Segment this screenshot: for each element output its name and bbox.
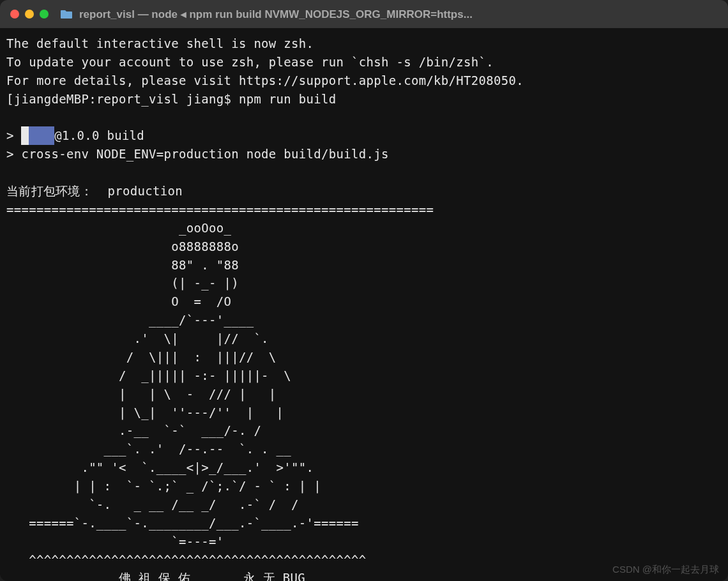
script-prefix: > <box>6 128 21 142</box>
blessing-text: 佛 祖 保 佑 永 无 BUG <box>6 571 305 581</box>
ascii-art-01: _ooOoo_ <box>6 221 231 235</box>
ascii-art-13: ___`. .' /--.-- `. . __ <box>6 442 291 456</box>
shell-notice-line1: The default interactive shell is now zsh… <box>6 36 314 50</box>
terminal-window: report_visl — node ◂ npm run build NVMW_… <box>0 0 728 581</box>
shell-prompt: jiangdeMBP:report_visl jiang$ <box>14 92 239 106</box>
ascii-art-02: o8888888o <box>6 239 239 253</box>
env-label: 当前打包环境： production <box>6 184 183 198</box>
package-version: @1.0.0 build <box>54 128 144 142</box>
ascii-art-12: .-__ `-` ___/-. / <box>6 423 261 437</box>
ascii-art-11: | \_| ''---/'' | | <box>6 405 284 419</box>
divider: ========================================… <box>6 202 434 216</box>
ascii-art-19: ^^^^^^^^^^^^^^^^^^^^^^^^^^^^^^^^^^^^^^^^… <box>6 553 366 567</box>
ascii-art-18: `=---=' <box>6 534 224 548</box>
ascii-art-14: ."" '< `.____<|>_/___.' >'"". <box>6 460 314 474</box>
ascii-art-06: ____/`---'____ <box>6 313 254 327</box>
folder-icon <box>60 9 73 19</box>
shell-notice-line2: To update your account to use zsh, pleas… <box>6 55 494 69</box>
maximize-icon[interactable] <box>40 10 49 19</box>
shell-command: npm run build <box>239 92 337 106</box>
ascii-art-05: O = /O <box>6 294 231 308</box>
shell-notice-line3: For more details, please visit https://s… <box>6 73 524 87</box>
ascii-art-17: ======`-.____`-.________/___.-`____.-'==… <box>6 516 359 530</box>
ascii-art-09: / _||||| -:- |||||- \ <box>6 368 291 382</box>
ascii-art-04: (| -_- |) <box>6 276 239 290</box>
ascii-art-08: / \||| : |||// \ <box>6 350 277 364</box>
ascii-art-16: `-. _ __ /__ _/ .-` / / <box>6 497 299 511</box>
redacted-name <box>21 126 29 145</box>
watermark: CSDN @和你一起去月球 <box>612 564 719 576</box>
redacted-name-highlight <box>29 126 54 145</box>
build-command: > cross-env NODE_ENV=production node bui… <box>6 147 389 161</box>
titlebar[interactable]: report_visl — node ◂ npm run build NVMW_… <box>0 0 728 28</box>
ascii-art-03: 88" . "88 <box>6 258 239 272</box>
ascii-art-15: | | : `- `.;` _ /`;.`/ - ` : | | <box>6 479 321 493</box>
close-icon[interactable] <box>10 10 19 19</box>
ascii-art-07: .' \| |// `. <box>6 331 269 345</box>
window-title: report_visl — node ◂ npm run build NVMW_… <box>79 8 718 21</box>
minimize-icon[interactable] <box>25 10 34 19</box>
traffic-lights <box>10 10 49 19</box>
prompt-bracket-open: [ <box>6 92 14 106</box>
terminal-output[interactable]: The default interactive shell is now zsh… <box>0 28 728 581</box>
ascii-art-10: | | \ - /// | | <box>6 387 277 401</box>
